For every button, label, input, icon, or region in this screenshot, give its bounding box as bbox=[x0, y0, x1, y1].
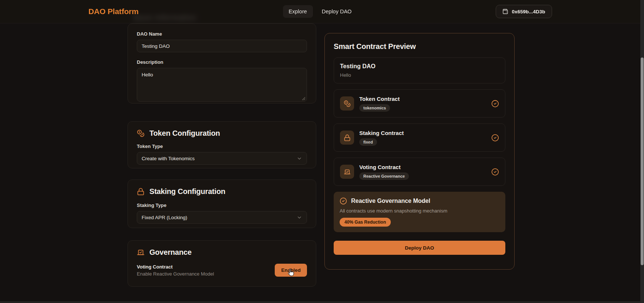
reactive-governance-model-box: Reactive Governance Model All contracts … bbox=[334, 192, 505, 232]
preview-dao-description: Hello bbox=[340, 72, 499, 78]
brand-logo[interactable]: DAO Platform bbox=[89, 7, 139, 16]
check-circle-icon bbox=[340, 197, 347, 205]
model-subtitle: All contracts use modern snapshotting me… bbox=[340, 208, 499, 214]
check-circle-icon bbox=[491, 134, 499, 142]
wallet-address: 0x659b...4D3b bbox=[512, 9, 545, 14]
token-configuration-card: Token Configuration Token Type Create wi… bbox=[128, 121, 316, 168]
governance-title: Governance bbox=[149, 248, 192, 257]
vote-icon bbox=[344, 168, 351, 175]
governance-card: Governance Voting Contract Enable Reacti… bbox=[128, 240, 316, 287]
contract-name: Staking Contract bbox=[359, 130, 404, 136]
page-scrollbar-track[interactable] bbox=[640, 0, 644, 303]
deploy-dao-button[interactable]: Deploy DAO bbox=[334, 241, 505, 255]
page-scrollbar-thumb[interactable] bbox=[641, 57, 644, 265]
contract-row-token: Token Contract tokenomics bbox=[334, 89, 505, 118]
coins-icon bbox=[137, 129, 145, 137]
description-label: Description bbox=[137, 59, 307, 65]
dao-platform-page: Basic Information DAO Platform Explore D… bbox=[0, 0, 644, 303]
dao-name-input[interactable] bbox=[137, 40, 307, 52]
contract-badge: tokenomics bbox=[359, 104, 390, 112]
top-navbar: DAO Platform Explore Deploy DAO 0x659b..… bbox=[0, 0, 640, 23]
description-textarea[interactable]: Hello bbox=[137, 68, 307, 102]
contract-row-voting: Voting Contract Reactive Governance bbox=[334, 158, 505, 186]
nav-links: Explore Deploy DAO bbox=[283, 5, 358, 18]
contract-badge: fixed bbox=[359, 138, 377, 146]
chevron-down-icon bbox=[297, 215, 302, 220]
basic-information-card: DAO Name Description Hello bbox=[128, 23, 316, 103]
staking-type-select[interactable]: Fixed APR (Locking) bbox=[137, 211, 307, 224]
dao-summary-box: Testing DAO Hello bbox=[334, 57, 505, 83]
wallet-icon bbox=[502, 9, 508, 14]
gas-reduction-badge: 40% Gas Reduction bbox=[340, 218, 391, 227]
nav-link-deploy-dao[interactable]: Deploy DAO bbox=[316, 5, 358, 18]
resize-handle-icon[interactable] bbox=[302, 97, 306, 101]
staking-type-value: Fixed APR (Locking) bbox=[142, 215, 187, 220]
contract-name: Token Contract bbox=[359, 96, 400, 102]
governance-enabled-toggle[interactable]: Enabled bbox=[275, 264, 307, 277]
contract-row-staking: Staking Contract fixed bbox=[334, 123, 505, 152]
token-type-select[interactable]: Create with Tokenomics bbox=[137, 152, 307, 165]
token-type-label: Token Type bbox=[137, 144, 307, 149]
contract-name: Voting Contract bbox=[359, 164, 400, 170]
smart-contract-preview-panel: Smart Contract Preview Testing DAO Hello… bbox=[324, 33, 515, 270]
vote-icon bbox=[137, 248, 145, 256]
dao-name-label: DAO Name bbox=[137, 31, 307, 37]
check-circle-icon bbox=[491, 168, 499, 176]
chevron-down-icon bbox=[297, 156, 302, 161]
nav-link-explore[interactable]: Explore bbox=[283, 5, 313, 18]
preview-title: Smart Contract Preview bbox=[334, 42, 505, 51]
lock-icon bbox=[344, 134, 351, 141]
coins-icon bbox=[344, 100, 351, 107]
model-title: Reactive Governance Model bbox=[351, 198, 430, 204]
lock-icon bbox=[137, 188, 145, 195]
main-content: DAO Name Description Hello Token Configu… bbox=[128, 0, 517, 303]
voting-contract-sublabel: Enable Reactive Governance Model bbox=[137, 271, 214, 277]
check-circle-icon bbox=[491, 100, 499, 108]
preview-dao-name: Testing DAO bbox=[340, 63, 499, 70]
wallet-address-button[interactable]: 0x659b...4D3b bbox=[496, 5, 552, 18]
staking-type-label: Staking Type bbox=[137, 202, 307, 208]
voting-contract-label: Voting Contract bbox=[137, 264, 214, 270]
token-configuration-title: Token Configuration bbox=[149, 129, 220, 138]
staking-configuration-title: Staking Configuration bbox=[149, 187, 225, 196]
contract-badge: Reactive Governance bbox=[359, 172, 409, 180]
staking-configuration-card: Staking Configuration Staking Type Fixed… bbox=[128, 180, 316, 228]
footer-edge bbox=[0, 301, 640, 303]
token-type-value: Create with Tokenomics bbox=[142, 156, 195, 161]
